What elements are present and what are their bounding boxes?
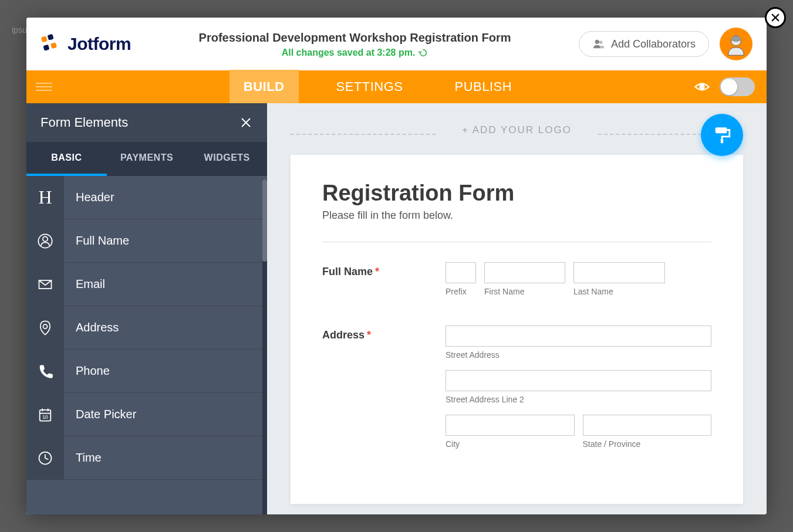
main-tabbar: BUILD SETTINGS PUBLISH xyxy=(26,70,767,103)
element-email[interactable]: Email xyxy=(26,263,267,306)
state-input[interactable] xyxy=(583,415,712,436)
save-status: All changes saved at 3:28 pm. xyxy=(282,48,428,58)
preview-icon[interactable] xyxy=(694,79,710,95)
brand-logo[interactable]: Jotform xyxy=(41,33,131,55)
sidebar-close-icon[interactable] xyxy=(239,116,253,130)
sidebar-scrollbar[interactable] xyxy=(262,179,267,514)
form-designer-button[interactable] xyxy=(701,114,743,156)
street2-input[interactable] xyxy=(446,370,711,391)
user-avatar[interactable] xyxy=(720,28,752,60)
element-label: Email xyxy=(64,277,105,291)
street1-sublabel: Street Address xyxy=(446,350,711,360)
svg-point-5 xyxy=(599,41,602,45)
divider xyxy=(322,242,711,242)
svg-point-8 xyxy=(699,84,704,89)
tab-build[interactable]: BUILD xyxy=(230,70,299,104)
clock-icon xyxy=(26,436,64,480)
form-heading[interactable]: Registration Form xyxy=(322,181,711,206)
element-label: Address xyxy=(64,321,119,334)
element-label: Time xyxy=(64,451,102,465)
svg-rect-3 xyxy=(50,42,57,49)
close-icon xyxy=(770,12,781,23)
sidebar-header: Form Elements xyxy=(26,103,267,142)
prefix-input[interactable] xyxy=(446,262,476,283)
brand-name: Jotform xyxy=(68,34,131,54)
lastname-sublabel: Last Name xyxy=(573,287,665,296)
svg-point-4 xyxy=(595,40,599,44)
svg-rect-2 xyxy=(43,45,49,51)
prefix-sublabel: Prefix xyxy=(446,287,476,296)
undo-icon[interactable] xyxy=(419,48,428,57)
save-status-text: All changes saved at 3:28 pm. xyxy=(282,48,416,58)
field-fullname[interactable]: Full Name* Prefix First Name Last Name xyxy=(322,262,711,296)
svg-rect-19 xyxy=(716,127,727,133)
element-time[interactable]: Time xyxy=(26,436,267,480)
avatar-icon xyxy=(723,31,750,57)
element-address[interactable]: Address xyxy=(26,306,267,350)
tab-settings[interactable]: SETTINGS xyxy=(322,70,417,104)
sidebar-tabs: BASIC PAYMENTS WIDGETS xyxy=(26,142,267,176)
form-title[interactable]: Professional Development Workshop Regist… xyxy=(131,30,579,45)
jotform-logo-icon xyxy=(41,33,62,55)
sidebar-title: Form Elements xyxy=(41,115,128,130)
street2-sublabel: Street Address Line 2 xyxy=(446,395,711,404)
svg-point-12 xyxy=(43,324,48,328)
svg-rect-1 xyxy=(48,34,54,40)
svg-rect-20 xyxy=(721,139,723,143)
element-label: Full Name xyxy=(64,234,129,248)
element-label: Date Picker xyxy=(64,408,136,421)
firstname-input[interactable] xyxy=(484,262,565,283)
email-icon xyxy=(26,263,64,306)
element-list: H Header Full Name Email Address P xyxy=(26,176,267,514)
elements-sidebar: Form Elements BASIC PAYMENTS WIDGETS H H… xyxy=(26,103,267,514)
title-block: Professional Development Workshop Regist… xyxy=(131,30,579,58)
preview-toggle[interactable] xyxy=(720,77,755,96)
location-icon xyxy=(26,306,64,350)
header-icon: H xyxy=(26,176,64,219)
lastname-input[interactable] xyxy=(573,262,665,283)
field-address[interactable]: Address* Street Address Street Address L… xyxy=(322,326,711,449)
form-canvas: + ADD YOUR LOGO Registration Form Please… xyxy=(267,103,767,514)
topbar-actions: Add Collaborators xyxy=(579,28,752,60)
sidebar-tab-basic[interactable]: BASIC xyxy=(26,142,107,176)
fullname-label: Full Name* xyxy=(322,262,422,296)
sidebar-tab-payments[interactable]: PAYMENTS xyxy=(107,142,187,176)
svg-point-10 xyxy=(43,236,48,241)
phone-icon xyxy=(26,350,64,393)
top-bar: Jotform Professional Development Worksho… xyxy=(26,18,767,70)
element-label: Phone xyxy=(64,364,110,378)
element-label: Header xyxy=(64,191,114,204)
element-date[interactable]: 10 Date Picker xyxy=(26,393,267,436)
svg-text:10: 10 xyxy=(42,415,48,420)
form-subtitle[interactable]: Please fill in the form below. xyxy=(322,209,711,222)
add-collaborators-button[interactable]: Add Collaborators xyxy=(579,31,709,57)
state-sublabel: State / Province xyxy=(583,439,712,449)
form-preview-card: Registration Form Please fill in the for… xyxy=(291,155,743,504)
sidebar-tab-widgets[interactable]: WIDGETS xyxy=(187,142,267,176)
builder-modal: Jotform Professional Development Worksho… xyxy=(26,18,767,514)
users-icon xyxy=(592,38,605,50)
workspace: Form Elements BASIC PAYMENTS WIDGETS H H… xyxy=(26,103,767,514)
city-input[interactable] xyxy=(446,415,575,436)
address-label: Address* xyxy=(322,326,422,449)
street1-input[interactable] xyxy=(446,326,711,347)
close-modal-button[interactable] xyxy=(765,7,786,28)
paint-roller-icon xyxy=(712,125,732,145)
element-header[interactable]: H Header xyxy=(26,176,267,219)
menu-toggle[interactable] xyxy=(26,70,62,103)
tab-publish[interactable]: PUBLISH xyxy=(441,70,527,104)
calendar-icon: 10 xyxy=(26,393,64,436)
collab-label: Add Collaborators xyxy=(611,38,696,50)
svg-rect-0 xyxy=(41,36,48,42)
main-tabs: BUILD SETTINGS PUBLISH xyxy=(62,70,694,104)
element-phone[interactable]: Phone xyxy=(26,350,267,393)
person-icon xyxy=(26,219,64,263)
firstname-sublabel: First Name xyxy=(484,287,565,296)
city-sublabel: City xyxy=(446,439,575,449)
element-fullname[interactable]: Full Name xyxy=(26,219,267,263)
tabbar-right xyxy=(694,77,767,96)
logo-dropzone[interactable]: + ADD YOUR LOGO xyxy=(291,120,743,148)
